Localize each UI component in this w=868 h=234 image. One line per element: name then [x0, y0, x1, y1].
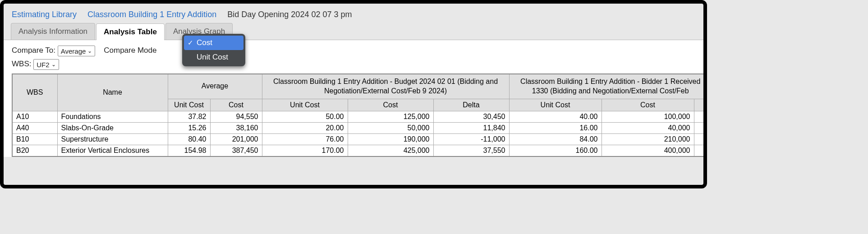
- wbs-value: UF2: [37, 61, 49, 69]
- cell-value: 37.82: [168, 111, 210, 122]
- table-row[interactable]: B20 Exterior Vertical Enclosures 154.98 …: [12, 145, 703, 156]
- table-body: A10 Foundations 37.82 94,550 50.00 125,0…: [12, 111, 703, 156]
- cell-value: 400,000: [602, 145, 694, 156]
- cell-value: -11,000: [433, 133, 509, 145]
- controls-bar: Compare To: Average ⌄ Compare Mode WBS: …: [4, 40, 703, 73]
- cell-value: 76.00: [262, 133, 348, 145]
- compare-mode-label: Compare Mode: [104, 46, 156, 55]
- tab-analysis-table[interactable]: Analysis Table: [96, 23, 165, 40]
- col-header-b1-delta[interactable]: Delta: [433, 99, 509, 111]
- cell-value: [694, 145, 703, 156]
- cell-value: 100,000: [602, 111, 694, 122]
- cell-value: 50.00: [262, 111, 348, 122]
- table-header: WBS Name Average Classroom Building 1 En…: [12, 74, 703, 111]
- cell-value: 30,450: [433, 111, 509, 122]
- cell-wbs: B20: [12, 145, 57, 156]
- cell-value: 40.00: [509, 111, 602, 122]
- wbs-select[interactable]: UF2 ⌄: [33, 59, 59, 70]
- col-header-avg-unitcost[interactable]: Unit Cost: [168, 99, 210, 111]
- app-frame: Estimating Library Classroom Building 1 …: [0, 0, 707, 188]
- cell-value: 190,000: [348, 133, 433, 145]
- cell-value: 50,000: [348, 122, 433, 133]
- cell-wbs: B10: [12, 133, 57, 145]
- cell-value: 154.98: [168, 145, 210, 156]
- tab-bar: Analysis Information Analysis Table Anal…: [4, 23, 703, 40]
- check-icon: ✓: [188, 39, 197, 47]
- cell-value: 11,840: [433, 122, 509, 133]
- wbs-label: WBS:: [12, 60, 31, 68]
- cell-name: Slabs-On-Grade: [57, 122, 168, 133]
- dropdown-item-cost[interactable]: ✓ Cost: [184, 36, 243, 50]
- cell-value: 201,000: [210, 133, 262, 145]
- cell-value: 160.00: [509, 145, 602, 156]
- cell-value: [694, 122, 703, 133]
- cell-value: 15.26: [168, 122, 210, 133]
- col-header-b2-cost[interactable]: Cost: [602, 99, 694, 111]
- col-group-bidder1[interactable]: Classroom Building 1 Entry Addition - Bi…: [509, 74, 703, 99]
- cell-name: Exterior Vertical Enclosures: [57, 145, 168, 156]
- cell-value: 16.00: [509, 122, 602, 133]
- table-row[interactable]: A40 Slabs-On-Grade 15.26 38,160 20.00 50…: [12, 122, 703, 133]
- tab-analysis-information[interactable]: Analysis Information: [11, 23, 95, 40]
- cell-value: 210,000: [602, 133, 694, 145]
- cell-value: [694, 111, 703, 122]
- cell-value: 20.00: [262, 122, 348, 133]
- col-header-b1-cost[interactable]: Cost: [348, 99, 433, 111]
- compare-to-select[interactable]: Average ⌄: [58, 46, 96, 56]
- compare-mode-dropdown: ✓ Cost Unit Cost: [182, 34, 245, 66]
- cell-name: Superstructure: [57, 133, 168, 145]
- compare-to-value: Average: [61, 47, 86, 55]
- chevron-down-icon: ⌄: [87, 48, 92, 54]
- cell-value: 425,000: [348, 145, 433, 156]
- table-container: WBS Name Average Classroom Building 1 En…: [4, 73, 703, 157]
- cell-value: 387,450: [210, 145, 262, 156]
- cell-value: 38,160: [210, 122, 262, 133]
- breadcrumb: Estimating Library Classroom Building 1 …: [4, 4, 703, 23]
- compare-to-label: Compare To:: [12, 46, 55, 55]
- cell-value: 84.00: [509, 133, 602, 145]
- breadcrumb-library-link[interactable]: Estimating Library: [12, 10, 77, 19]
- dropdown-item-label: Cost: [197, 38, 212, 47]
- col-header-b1-unitcost[interactable]: Unit Cost: [262, 99, 348, 111]
- cell-wbs: A10: [12, 111, 57, 122]
- table-row[interactable]: B10 Superstructure 80.40 201,000 76.00 1…: [12, 133, 703, 145]
- cell-value: 80.40: [168, 133, 210, 145]
- col-header-wbs[interactable]: WBS: [12, 74, 57, 111]
- table-row[interactable]: A10 Foundations 37.82 94,550 50.00 125,0…: [12, 111, 703, 122]
- cell-value: 170.00: [262, 145, 348, 156]
- chevron-down-icon: ⌄: [51, 61, 56, 68]
- analysis-table: WBS Name Average Classroom Building 1 En…: [12, 73, 703, 157]
- cell-name: Foundations: [57, 111, 168, 122]
- col-header-avg-cost[interactable]: Cost: [210, 99, 262, 111]
- col-header-b2-delta[interactable]: [694, 99, 703, 111]
- cell-value: 94,550: [210, 111, 262, 122]
- col-header-name[interactable]: Name: [57, 74, 168, 111]
- cell-value: 125,000: [348, 111, 433, 122]
- col-group-average[interactable]: Average: [168, 74, 262, 99]
- cell-value: [694, 133, 703, 145]
- cell-value: 37,550: [433, 145, 509, 156]
- col-header-b2-unitcost[interactable]: Unit Cost: [509, 99, 602, 111]
- breadcrumb-project-link[interactable]: Classroom Building 1 Entry Addition: [87, 10, 216, 19]
- cell-wbs: A40: [12, 122, 57, 133]
- cell-value: 40,000: [602, 122, 694, 133]
- breadcrumb-current: Bid Day Opening 2024 02 07 3 pm: [227, 10, 352, 19]
- dropdown-item-label: Unit Cost: [197, 53, 228, 62]
- col-group-budget[interactable]: Classroom Building 1 Entry Addition - Bu…: [262, 74, 509, 99]
- dropdown-item-unit-cost[interactable]: Unit Cost: [184, 50, 243, 64]
